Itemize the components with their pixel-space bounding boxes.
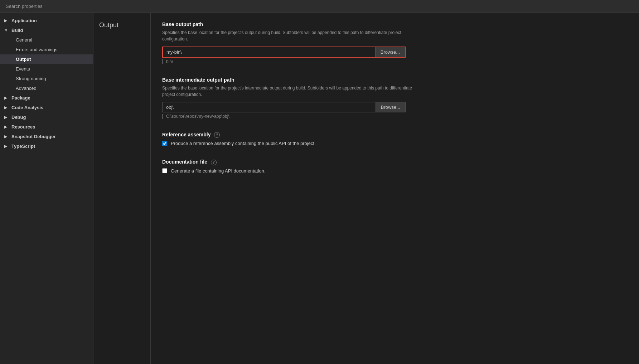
sidebar-item-label: General xyxy=(16,37,32,43)
sidebar-item-label: Code Analysis xyxy=(11,105,43,110)
base-intermediate-title: Base intermediate output path xyxy=(162,77,628,83)
chevron-right-icon: ▶ xyxy=(4,96,10,100)
content-area: Output Base output path Specifies the ba… xyxy=(93,13,639,364)
sidebar-item-label: Advanced xyxy=(16,86,37,91)
documentation-file-label: Generate a file containing API documenta… xyxy=(171,168,266,174)
section-title-panel: Output xyxy=(93,13,151,364)
base-output-description: Specifies the base location for the proj… xyxy=(162,29,420,42)
base-intermediate-browse-button[interactable]: Browse... xyxy=(376,102,405,112)
chevron-right-icon: ▶ xyxy=(4,106,10,110)
base-output-title: Base output path xyxy=(162,21,628,27)
sidebar-item-label: Debug xyxy=(11,115,26,120)
base-output-input[interactable] xyxy=(163,47,375,57)
hint-bar xyxy=(162,114,163,119)
base-output-hint: bin\ xyxy=(166,59,173,64)
reference-assembly-checkbox[interactable] xyxy=(162,141,167,146)
base-intermediate-hint-row: C:\source\repos\my-new-app\obj\ xyxy=(162,114,406,119)
sidebar-item-label: Build xyxy=(11,28,23,33)
reference-assembly-section: Reference assembly ? Produce a reference… xyxy=(162,132,628,146)
sidebar-item-code-analysis[interactable]: ▶ Code Analysis xyxy=(0,103,93,112)
sidebar-item-strong-naming[interactable]: Strong naming xyxy=(0,74,93,83)
documentation-file-checkbox-row: Generate a file containing API documenta… xyxy=(162,168,628,174)
sidebar-item-output[interactable]: Output xyxy=(0,54,93,64)
base-intermediate-input[interactable] xyxy=(163,102,376,112)
sidebar-item-label: Application xyxy=(11,18,37,23)
sidebar-item-general[interactable]: General xyxy=(0,35,93,45)
documentation-file-section: Documentation file ? Generate a file con… xyxy=(162,159,628,173)
documentation-file-checkbox[interactable] xyxy=(162,168,167,173)
base-output-browse-button[interactable]: Browse... xyxy=(375,47,405,57)
sidebar: ▶ Application ▼ Build General Errors and… xyxy=(0,13,93,364)
search-placeholder: Search properties xyxy=(6,4,43,9)
base-intermediate-description: Specifies the base location for the proj… xyxy=(162,85,420,98)
reference-assembly-title: Reference assembly ? xyxy=(162,132,628,138)
chevron-right-icon: ▶ xyxy=(4,19,10,23)
base-intermediate-input-row: Browse... xyxy=(162,102,406,112)
sidebar-item-label: Resources xyxy=(11,124,35,130)
base-output-hint-row: bin\ xyxy=(162,59,406,64)
reference-assembly-help-icon[interactable]: ? xyxy=(214,132,220,138)
sidebar-item-label: Snapshot Debugger xyxy=(11,134,56,139)
reference-assembly-label: Produce a reference assembly containing … xyxy=(171,141,316,146)
chevron-right-icon: ▶ xyxy=(4,125,10,129)
search-bar[interactable]: Search properties xyxy=(0,0,639,13)
chevron-right-icon: ▶ xyxy=(4,115,10,119)
sidebar-item-label: Events xyxy=(16,66,30,72)
hint-bar xyxy=(162,59,163,64)
chevron-right-icon: ▶ xyxy=(4,144,10,148)
sidebar-item-label: Package xyxy=(11,95,30,101)
section-title: Output xyxy=(99,21,145,29)
base-output-input-row: Browse... xyxy=(162,47,406,58)
base-output-section: Base output path Specifies the base loca… xyxy=(162,21,628,64)
sidebar-item-label: Errors and warnings xyxy=(16,47,57,52)
properties-panel: Base output path Specifies the base loca… xyxy=(151,13,639,364)
base-intermediate-hint: C:\source\repos\my-new-app\obj\ xyxy=(166,114,229,119)
sidebar-item-errors-warnings[interactable]: Errors and warnings xyxy=(0,45,93,54)
documentation-file-title: Documentation file ? xyxy=(162,159,628,165)
sidebar-item-build[interactable]: ▼ Build xyxy=(0,25,93,35)
main-layout: ▶ Application ▼ Build General Errors and… xyxy=(0,13,639,364)
sidebar-item-snapshot-debugger[interactable]: ▶ Snapshot Debugger xyxy=(0,132,93,141)
chevron-down-icon: ▼ xyxy=(4,28,10,32)
sidebar-item-label: Output xyxy=(16,57,31,62)
sidebar-item-label: TypeScript xyxy=(11,144,35,149)
sidebar-item-typescript[interactable]: ▶ TypeScript xyxy=(0,141,93,151)
sidebar-item-events[interactable]: Events xyxy=(0,64,93,74)
base-intermediate-section: Base intermediate output path Specifies … xyxy=(162,77,628,119)
chevron-right-icon: ▶ xyxy=(4,135,10,139)
sidebar-item-debug[interactable]: ▶ Debug xyxy=(0,112,93,122)
sidebar-item-application[interactable]: ▶ Application xyxy=(0,16,93,25)
sidebar-item-label: Strong naming xyxy=(16,76,46,81)
sidebar-item-resources[interactable]: ▶ Resources xyxy=(0,122,93,132)
sidebar-item-advanced[interactable]: Advanced xyxy=(0,83,93,93)
sidebar-item-package[interactable]: ▶ Package xyxy=(0,93,93,103)
documentation-file-help-icon[interactable]: ? xyxy=(211,160,217,165)
reference-assembly-checkbox-row: Produce a reference assembly containing … xyxy=(162,141,628,146)
